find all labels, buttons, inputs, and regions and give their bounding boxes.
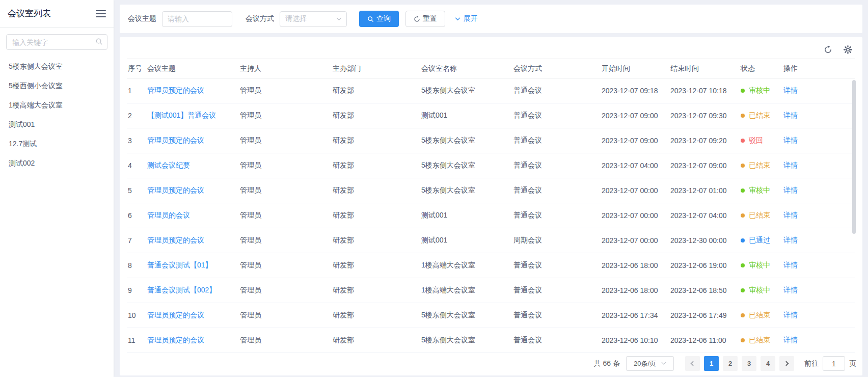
detail-link[interactable]: 详情 — [783, 336, 798, 344]
meeting-method-cell: 普通会议 — [512, 78, 601, 103]
chevron-left-icon — [691, 361, 696, 366]
sidebar-item-room[interactable]: 5楼东侧大会议室 — [0, 57, 114, 76]
table-row: 1管理员预定的会议管理员研发部5楼东侧大会议室普通会议2023-12-07 09… — [127, 78, 855, 103]
status-cell: 已结束 — [740, 153, 782, 178]
start-time-cell: 2023-12-07 00:00 — [601, 203, 669, 228]
sidebar-item-room[interactable]: 5楼西侧小会议室 — [0, 76, 114, 96]
status-cell: 审核中 — [740, 78, 782, 103]
detail-link[interactable]: 详情 — [783, 236, 798, 244]
start-time-cell: 2023-12-06 18:00 — [601, 253, 669, 278]
meeting-topic-link[interactable]: 管理员预定的会议 — [147, 136, 204, 144]
meeting-topic-link[interactable]: 管理员预定的会议 — [147, 236, 204, 244]
row-index-cell: 8 — [127, 253, 146, 278]
meeting-topic-link[interactable]: 管理员预定的会议 — [147, 336, 204, 344]
refresh-icon — [414, 16, 420, 22]
detail-link[interactable]: 详情 — [783, 136, 798, 144]
detail-link[interactable]: 详情 — [783, 286, 798, 294]
table-row: 5管理员预定的会议管理员研发部5楼东侧大会议室普通会议2023-12-07 00… — [127, 178, 855, 203]
meeting-topic-link[interactable]: 管理员预定的会议 — [147, 86, 204, 94]
topic-cell: 管理员预定的会议 — [146, 128, 239, 153]
next-page-button[interactable] — [779, 356, 794, 371]
status-label: 审核中 — [749, 86, 770, 95]
reset-button[interactable]: 重置 — [405, 11, 445, 27]
goto-page-input[interactable] — [823, 356, 845, 371]
room-name-cell: 5楼东侧大会议室 — [420, 328, 512, 353]
page-number-button[interactable]: 1 — [704, 356, 719, 371]
meeting-topic-link[interactable]: 管理员预定的会议 — [147, 186, 204, 194]
detail-link[interactable]: 详情 — [783, 186, 798, 194]
room-search-input[interactable] — [6, 34, 107, 50]
end-time-cell: 2023-12-06 11:00 — [669, 328, 740, 353]
start-time-cell: 2023-12-07 00:00 — [601, 178, 669, 203]
topic-cell: 普通会议测试【01】 — [146, 253, 239, 278]
status-cell: 审核中 — [740, 178, 782, 203]
topic-cell: 管理员预定的会议 — [146, 228, 239, 253]
prev-page-button[interactable] — [685, 356, 700, 371]
host-cell: 管理员 — [239, 303, 332, 328]
department-cell: 研发部 — [332, 328, 420, 353]
action-cell: 详情 — [782, 103, 855, 128]
topic-cell: 【测试001】普通会议 — [146, 103, 239, 128]
meeting-topic-link[interactable]: 普通会议测试【01】 — [147, 261, 212, 269]
department-cell: 研发部 — [332, 228, 420, 253]
search-button[interactable]: 查询 — [359, 11, 399, 27]
collapse-menu-icon[interactable] — [96, 10, 106, 17]
room-name-cell: 测试001 — [420, 228, 512, 253]
host-cell: 管理员 — [239, 203, 332, 228]
detail-link[interactable]: 详情 — [783, 211, 798, 219]
topic-filter-label: 会议主题 — [128, 14, 156, 23]
table-row: 7管理员预定的会议管理员研发部测试001周期会议2023-12-07 00:00… — [127, 228, 855, 253]
status-dot-icon — [741, 238, 745, 243]
total-count-label: 共 66 条 — [594, 359, 620, 368]
column-header: 操作 — [782, 59, 855, 78]
meeting-topic-link[interactable]: 普通会议测试【002】 — [147, 286, 216, 294]
meeting-topic-link[interactable]: 【测试001】普通会议 — [147, 111, 216, 119]
vertical-scrollbar[interactable] — [852, 80, 856, 234]
sidebar-item-room[interactable]: 12.7测试 — [0, 134, 114, 154]
topic-filter-input[interactable] — [162, 11, 232, 27]
status-dot-icon — [741, 213, 745, 218]
method-filter-label: 会议方式 — [246, 14, 274, 23]
detail-link[interactable]: 详情 — [783, 86, 798, 94]
department-cell: 研发部 — [332, 128, 420, 153]
end-time-cell: 2023-12-06 17:49 — [669, 303, 740, 328]
method-filter-select[interactable]: 请选择 — [280, 11, 347, 27]
meeting-method-cell: 普通会议 — [512, 103, 601, 128]
meeting-method-cell: 普通会议 — [512, 153, 601, 178]
meeting-topic-link[interactable]: 管理员预定的会议 — [147, 311, 204, 319]
room-name-cell: 测试001 — [420, 103, 512, 128]
department-cell: 研发部 — [332, 203, 420, 228]
row-index-cell: 2 — [127, 103, 146, 128]
column-settings-gear-icon[interactable] — [844, 45, 852, 54]
page-size-select[interactable]: 20条/页 — [626, 356, 674, 371]
page-number-button[interactable]: 3 — [742, 356, 756, 371]
status-dot-icon — [741, 114, 745, 118]
room-name-cell: 测试001 — [420, 203, 512, 228]
action-cell: 详情 — [782, 228, 855, 253]
meeting-topic-link[interactable]: 管理员的会议 — [147, 211, 190, 219]
meeting-topic-link[interactable]: 测试会议纪要 — [147, 161, 190, 169]
page-number-button[interactable]: 4 — [761, 356, 775, 371]
host-cell: 管理员 — [239, 228, 332, 253]
sidebar-item-room[interactable]: 1楼高端大会议室 — [0, 96, 114, 115]
row-index-cell: 3 — [127, 128, 146, 153]
refresh-table-icon[interactable] — [824, 45, 832, 54]
expand-filters-link[interactable]: 展开 — [455, 14, 478, 23]
status-dot-icon — [741, 139, 745, 143]
column-header: 结束时间 — [669, 59, 740, 78]
sidebar-item-room[interactable]: 测试002 — [0, 154, 114, 173]
sidebar-item-room[interactable]: 测试001 — [0, 115, 114, 134]
detail-link[interactable]: 详情 — [783, 111, 798, 119]
topic-cell: 管理员预定的会议 — [146, 328, 239, 353]
end-time-cell: 2023-12-06 18:50 — [669, 278, 740, 303]
detail-link[interactable]: 详情 — [783, 311, 798, 319]
action-cell: 详情 — [782, 178, 855, 203]
action-cell: 详情 — [782, 153, 855, 178]
room-name-cell: 1楼高端大会议室 — [420, 278, 512, 303]
detail-link[interactable]: 详情 — [783, 161, 798, 169]
status-label: 审核中 — [749, 186, 770, 195]
detail-link[interactable]: 详情 — [783, 261, 798, 269]
page-number-button[interactable]: 2 — [723, 356, 738, 371]
chevron-right-icon — [784, 361, 789, 366]
end-time-cell: 2023-12-07 09:30 — [669, 103, 740, 128]
